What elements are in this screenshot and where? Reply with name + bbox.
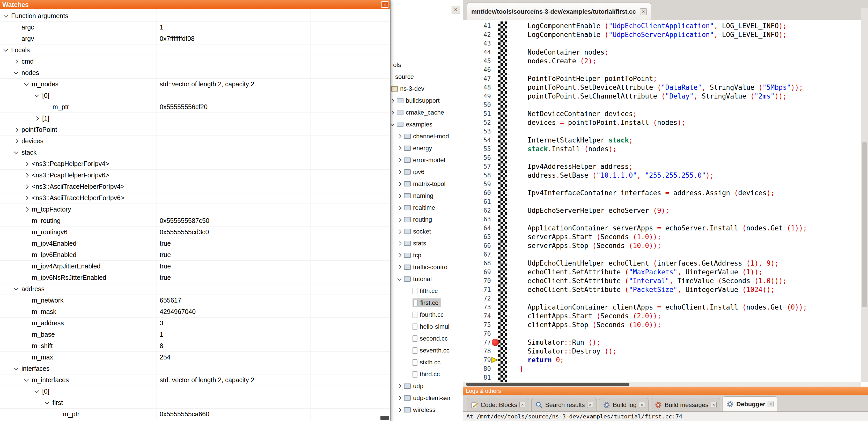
- code-text[interactable]: address.SetBase ("10.1.1.0", "255.255.25…: [519, 171, 714, 180]
- tree-item-stats[interactable]: stats: [390, 237, 463, 249]
- code-text[interactable]: PointToPointHelper pointToPoint;: [519, 74, 657, 83]
- code-text[interactable]: LogComponentEnable ("UdpEchoClientApplic…: [519, 22, 787, 30]
- line-number[interactable]: 72: [465, 294, 491, 303]
- code-text[interactable]: LogComponentEnable ("UdpEchoServerApplic…: [519, 30, 787, 39]
- code-text[interactable]: Simulator::Destroy ();: [519, 347, 617, 356]
- line-number[interactable]: 71: [465, 285, 491, 294]
- line-number[interactable]: 48: [465, 83, 491, 92]
- line-number[interactable]: 50: [465, 101, 491, 109]
- line-number[interactable]: 80: [465, 364, 491, 373]
- code-editor[interactable]: 41 LogComponentEnable ("UdpEchoClientApp…: [463, 20, 861, 382]
- watch-row[interactable]: m_routing0x555555587c50: [0, 215, 390, 227]
- code-line[interactable]: 50: [465, 101, 861, 109]
- tree-item-error-model[interactable]: error-model: [390, 154, 463, 166]
- code-line[interactable]: 55 stack.Install (nodes);: [465, 144, 861, 153]
- resize-grip[interactable]: [380, 416, 389, 420]
- code-line[interactable]: 79 return 0;: [465, 356, 861, 364]
- watches-titlebar[interactable]: Watches ✕: [0, 0, 390, 9]
- line-number[interactable]: 53: [465, 127, 491, 136]
- watch-row[interactable]: Function arguments: [0, 10, 390, 22]
- line-number[interactable]: 60: [465, 189, 491, 197]
- tree-item-examples[interactable]: examples: [390, 119, 463, 130]
- tree-item-realtime[interactable]: realtime: [390, 202, 463, 214]
- watch-row[interactable]: m_network655617: [0, 295, 390, 306]
- tree-item-sixth-cc[interactable]: sixth.cc: [390, 356, 463, 368]
- tree-item-naming[interactable]: naming: [390, 190, 463, 202]
- line-number[interactable]: 70: [465, 277, 491, 285]
- code-text[interactable]: nodes.Create (2);: [519, 57, 596, 65]
- code-line[interactable]: 49 pointToPoint.SetChannelAttribute ("De…: [465, 92, 861, 101]
- line-number[interactable]: 49: [465, 92, 491, 101]
- code-text[interactable]: echoClient.SetAttribute ("PacketSize", U…: [519, 285, 775, 294]
- line-number[interactable]: 78: [465, 347, 491, 356]
- watch-row[interactable]: <ns3::PcapHelperForIpv4>: [0, 158, 390, 170]
- code-line[interactable]: 80}: [465, 364, 861, 373]
- code-text[interactable]: devices = pointToPoint.Install (nodes);: [519, 118, 686, 127]
- expand-icon[interactable]: [24, 184, 29, 189]
- collapse-icon[interactable]: [35, 389, 39, 393]
- watch-row[interactable]: m_max254: [0, 352, 390, 363]
- watch-row[interactable]: argv0x7fffffffdf08: [0, 33, 390, 44]
- watch-row[interactable]: m_ipv6Enabledtrue: [0, 249, 390, 261]
- code-text[interactable]: serverApps.Start (Seconds (1.0));: [519, 232, 661, 241]
- tree-item-channel-mod[interactable]: channel-mod: [390, 130, 463, 142]
- watch-row[interactable]: m_nodesstd::vector of length 2, capacity…: [0, 78, 390, 90]
- vertical-scrollbar[interactable]: [861, 8, 868, 382]
- code-text[interactable]: NetDeviceContainer devices;: [519, 109, 637, 118]
- line-number[interactable]: 55: [465, 144, 491, 153]
- line-number[interactable]: 68: [465, 259, 491, 268]
- watch-row[interactable]: m_interfacesstd::vector of length 2, cap…: [0, 375, 390, 386]
- line-number[interactable]: 54: [465, 136, 491, 144]
- line-number[interactable]: 74: [465, 312, 491, 320]
- code-text[interactable]: pointToPoint.SetChannelAttribute ("Delay…: [519, 92, 787, 101]
- watch-row[interactable]: [1]: [0, 113, 390, 124]
- line-number[interactable]: 56: [465, 153, 491, 162]
- tree-item-buildsupport[interactable]: buildsupport: [390, 95, 463, 106]
- watch-row[interactable]: stack: [0, 147, 390, 158]
- expand-icon[interactable]: [398, 134, 402, 138]
- line-number[interactable]: 51: [465, 109, 491, 118]
- watch-row[interactable]: m_base1: [0, 329, 390, 340]
- tab-close-button[interactable]: ✕: [768, 401, 774, 407]
- code-text[interactable]: UdpEchoServerHelper echoServer (9);: [519, 206, 669, 215]
- code-line[interactable]: 58 address.SetBase ("10.1.1.0", "255.255…: [465, 171, 861, 180]
- watch-row[interactable]: m_tcpFactory: [0, 204, 390, 215]
- editor-tab[interactable]: mnt/dev/tools/source/ns-3-dev/examples/t…: [467, 3, 651, 20]
- expand-icon[interactable]: [398, 194, 402, 198]
- watch-row[interactable]: pointToPoint: [0, 124, 390, 135]
- code-line[interactable]: 74 clientApps.Start (Seconds (2.0));: [465, 312, 861, 320]
- code-line[interactable]: 76: [465, 329, 861, 338]
- watch-row[interactable]: nodes: [0, 67, 390, 78]
- watch-row[interactable]: <ns3::AsciiTraceHelperForIpv6>: [0, 192, 390, 204]
- watch-row[interactable]: [0]: [0, 90, 390, 101]
- code-line[interactable]: 75 clientApps.Stop (Seconds (10.0));: [465, 320, 861, 329]
- collapse-icon[interactable]: [14, 70, 19, 74]
- collapse-icon[interactable]: [24, 82, 29, 86]
- watch-row[interactable]: <ns3::AsciiTraceHelperForIpv4>: [0, 181, 390, 192]
- code-text[interactable]: stack.Install (nodes);: [519, 144, 617, 153]
- code-line[interactable]: 47 PointToPointHelper pointToPoint;: [465, 74, 861, 83]
- code-line[interactable]: 70 echoClient.SetAttribute ("Interval", …: [465, 277, 861, 285]
- line-number[interactable]: 65: [465, 232, 491, 241]
- line-number[interactable]: 62: [465, 206, 491, 215]
- code-text[interactable]: pointToPoint.SetDeviceAttribute ("DataRa…: [519, 83, 803, 92]
- tab-close-button[interactable]: ✕: [587, 402, 593, 408]
- line-number[interactable]: 81: [465, 373, 491, 382]
- line-number[interactable]: 75: [465, 320, 491, 329]
- code-text[interactable]: serverApps.Stop (Seconds (10.0));: [519, 241, 661, 250]
- tree-item-tcp[interactable]: tcp: [390, 249, 463, 261]
- tree-item-seventh-cc[interactable]: seventh.cc: [390, 345, 463, 356]
- breakpoint-marker[interactable]: [492, 339, 499, 346]
- tree-item-energy[interactable]: energy: [390, 142, 463, 154]
- collapse-icon[interactable]: [4, 13, 8, 18]
- line-number[interactable]: 76: [465, 329, 491, 338]
- code-line[interactable]: 64 ApplicationContainer serverApps = ech…: [465, 224, 861, 232]
- watch-row[interactable]: m_ipv6NsRsJitterEnabledtrue: [0, 272, 390, 284]
- code-line[interactable]: 53: [465, 127, 861, 136]
- watch-row[interactable]: m_routingv60x5555555cd3c0: [0, 227, 390, 238]
- line-number[interactable]: 79: [465, 356, 491, 364]
- code-line[interactable]: 68 UdpEchoClientHelper echoClient (inter…: [465, 259, 861, 268]
- code-line[interactable]: 66 serverApps.Stop (Seconds (10.0));: [465, 241, 861, 250]
- expand-icon[interactable]: [398, 158, 402, 162]
- vertical-scrollbar-thumb[interactable]: [862, 142, 867, 307]
